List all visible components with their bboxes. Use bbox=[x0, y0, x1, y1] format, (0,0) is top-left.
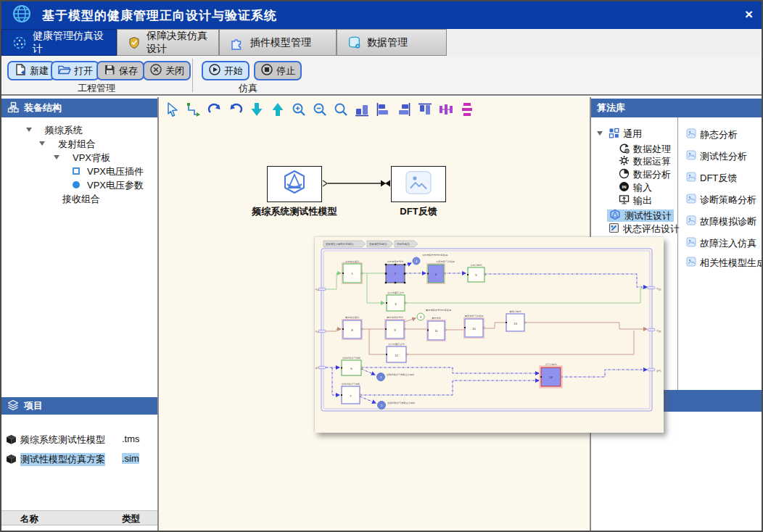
open-folder-icon bbox=[57, 63, 71, 78]
algo-tree-general[interactable]: 通用 bbox=[609, 128, 642, 140]
picture-icon bbox=[686, 150, 696, 162]
algo-item-static-analysis[interactable]: 静态分析 bbox=[686, 128, 738, 141]
tree-item-receive-group[interactable]: 接收组合 bbox=[62, 193, 100, 205]
tree-label: 状态评估设计 bbox=[623, 223, 680, 236]
ribbon-toolbar: 新建 打开 保存 关闭 工程管理 开始 停止 仿真 bbox=[1, 56, 762, 96]
popup-box[interactable]: 7 座舱机舱排气管路 bbox=[341, 383, 361, 404]
svg-text:氮泵管路开关阀: 氮泵管路开关阀 bbox=[387, 316, 403, 319]
expander-icon[interactable] bbox=[26, 128, 32, 132]
algo-tree-state-eval-design[interactable]: 状态评估设计 bbox=[609, 223, 680, 235]
equipment-panel-header: 装备结构 bbox=[1, 99, 157, 117]
popup-box[interactable]: 1 氧泵校正模拟 bbox=[342, 260, 363, 284]
toolbar-divider bbox=[192, 59, 193, 92]
algo-item-testability-analysis[interactable]: 测试性分析 bbox=[686, 150, 747, 162]
tab-plugin-model-mgmt[interactable]: 插件模型管理 bbox=[219, 29, 337, 56]
panel-title: 装备结构 bbox=[24, 101, 62, 115]
popup-box[interactable]: 11 氮泵管路 bbox=[427, 317, 447, 341]
svg-text:12: 12 bbox=[395, 354, 398, 357]
popup-box[interactable]: 10 氮路管路气流检测 bbox=[464, 315, 485, 338]
tab-health-sim-design[interactable]: 健康管理仿真设计 bbox=[1, 29, 117, 56]
algo-item-diagnosis-strategy[interactable]: 诊断策略分析 bbox=[686, 194, 756, 206]
algo-item-label: 诊断策略分析 bbox=[700, 194, 756, 207]
tab-label: 数据管理 bbox=[367, 36, 408, 49]
svg-text:10: 10 bbox=[472, 327, 476, 331]
algo-item-label: 静态分析 bbox=[700, 128, 738, 141]
tree-item-vpx-backplane[interactable]: VPX背板 bbox=[73, 151, 110, 164]
tree-item-vpx-voltage-card[interactable]: VPX电压插件 bbox=[87, 165, 144, 178]
popup-circle-node[interactable]: 1 座舱机舱排气管路压力测试 bbox=[377, 373, 416, 381]
stop-button[interactable]: 停止 bbox=[254, 61, 302, 80]
grid-icon bbox=[609, 128, 619, 141]
popup-box[interactable]: 8 氮泵校正模拟 bbox=[342, 316, 363, 340]
close-project-button[interactable]: 关闭 bbox=[143, 61, 191, 80]
stop-circle-icon bbox=[260, 63, 273, 78]
algo-tree-data-analysis[interactable]: 数据分析 bbox=[619, 168, 671, 180]
tab-support-decision-sim[interactable]: 保障决策仿真设计 bbox=[117, 29, 219, 56]
popup-breadcrumbs[interactable]: 座舱增压入舱环控系统(1) 座舱增压系统(1) 管路系统(2) bbox=[323, 241, 418, 247]
popup-box[interactable]: 9 氮泵管路开关阀 bbox=[385, 316, 406, 340]
expander-icon[interactable] bbox=[39, 141, 45, 146]
tab-data-mgmt[interactable]: 数据管理 bbox=[337, 29, 447, 56]
project-name: 频综系统测试性模型 bbox=[20, 433, 105, 446]
globe-icon bbox=[12, 4, 32, 27]
button-label: 新建 bbox=[30, 65, 49, 78]
tree-item-vpx-voltage-param[interactable]: VPX电压参数 bbox=[87, 179, 144, 191]
algo-item-fault-injection-sim[interactable]: 故障注入仿真 bbox=[686, 237, 756, 249]
output-monitor-icon bbox=[619, 194, 630, 207]
new-file-icon bbox=[14, 63, 27, 78]
svg-text:氮泵校正模拟: 氮泵校正模拟 bbox=[345, 316, 360, 319]
popup-box[interactable]: 4 氧路管路气流检测 bbox=[427, 260, 455, 284]
circle-leaf-icon bbox=[73, 181, 80, 188]
algo-tree-input[interactable]: IN 输入 bbox=[619, 181, 652, 194]
popup-box[interactable]: 5 氧泵控制阀 bbox=[467, 264, 486, 283]
project-row[interactable]: 频综系统测试性模型 .tms bbox=[1, 431, 157, 449]
algo-tree-testability-design[interactable]: 测试性设计 bbox=[607, 209, 674, 222]
tree-item-transmit-group[interactable]: 发射组合 bbox=[58, 138, 96, 150]
title-bar: 基于模型的健康管理正向设计与验证系统 × bbox=[1, 1, 762, 29]
picture-icon bbox=[686, 257, 696, 269]
popup-box[interactable]: 13 氮路控制阀 bbox=[506, 310, 526, 332]
algo-tree-data-computation[interactable]: 数据运算 bbox=[619, 155, 671, 167]
svg-text:排气控制阀: 排气控制阀 bbox=[545, 363, 557, 366]
svg-text:11: 11 bbox=[434, 329, 438, 333]
save-button[interactable]: 保存 bbox=[96, 61, 144, 80]
gear-icon bbox=[619, 155, 630, 168]
popup-box[interactable]: 3 压力设置安全阀 bbox=[386, 291, 406, 312]
expander-icon[interactable] bbox=[597, 131, 603, 136]
tab-label: 健康管理仿真设计 bbox=[33, 30, 106, 56]
start-button[interactable]: 开始 bbox=[202, 61, 249, 80]
tree-item-system[interactable]: 频综系统 bbox=[45, 124, 83, 136]
breadcrumb: 管路系统(2) bbox=[397, 242, 410, 246]
algo-item-label: 测试性分析 bbox=[700, 150, 747, 163]
model-wireframe-icon bbox=[609, 209, 621, 223]
popup-box[interactable]: 6 座舱机舱排气管路 bbox=[341, 357, 363, 376]
popup-box[interactable]: 12 压力设置安全阀 bbox=[386, 343, 408, 363]
popup-box-highlighted[interactable]: 14 排气控制阀 bbox=[540, 363, 562, 388]
project-panel-header: 项目 bbox=[1, 397, 157, 415]
tree-label: 测试性设计 bbox=[624, 209, 672, 223]
model-diagram: 座舱增压入舱环控系统(1) 座舱增压系统(1) 管路系统(2) 气源 气源 排气… bbox=[315, 237, 664, 433]
algo-item-correlation-model-gen[interactable]: 相关性模型生成 bbox=[686, 257, 763, 269]
window-close-button[interactable]: × bbox=[745, 6, 753, 23]
breadcrumb: 座舱增压入舱环控系统(1) bbox=[326, 242, 353, 246]
panel-title: 项目 bbox=[24, 399, 43, 412]
picture-icon bbox=[686, 172, 696, 184]
model-diagram-popup[interactable]: 座舱增压入舱环控系统(1) 座舱增压系统(1) 管路系统(2) 气源 气源 排气… bbox=[315, 237, 664, 433]
algo-tree-output[interactable]: 输出 bbox=[619, 194, 652, 207]
svg-text:氮路管路气流检测: 氮路管路气流检测 bbox=[465, 315, 484, 317]
popup-circle-node[interactable]: 2 座舱机舱排气管路压力测试 bbox=[378, 402, 416, 410]
algo-item-fault-simulation-diagnosis[interactable]: 故障模拟诊断 bbox=[686, 215, 756, 228]
tree-label: 输入 bbox=[633, 181, 652, 194]
project-name: 测试性模型仿真方案 bbox=[20, 453, 105, 466]
popup-box-selected[interactable]: 2 氧泵管路开关阀 bbox=[385, 260, 405, 283]
project-row-selected[interactable]: 测试性模型仿真方案 .sim bbox=[1, 450, 157, 469]
svg-text:氧泵控制阀: 氧泵控制阀 bbox=[471, 264, 482, 267]
expander-icon[interactable] bbox=[54, 155, 59, 159]
algo-tree-data-processing[interactable]: 数据处理 bbox=[619, 143, 671, 155]
open-button[interactable]: 打开 bbox=[51, 61, 99, 80]
algorithm-columns-divider[interactable] bbox=[677, 117, 678, 391]
new-button[interactable]: 新建 bbox=[7, 61, 55, 80]
tree-label: 数据运算 bbox=[633, 155, 671, 168]
algo-item-dft-feedback[interactable]: DFT反馈 bbox=[686, 172, 737, 184]
svg-text:氧泵管路开关阀: 氧泵管路开关阀 bbox=[387, 260, 403, 263]
